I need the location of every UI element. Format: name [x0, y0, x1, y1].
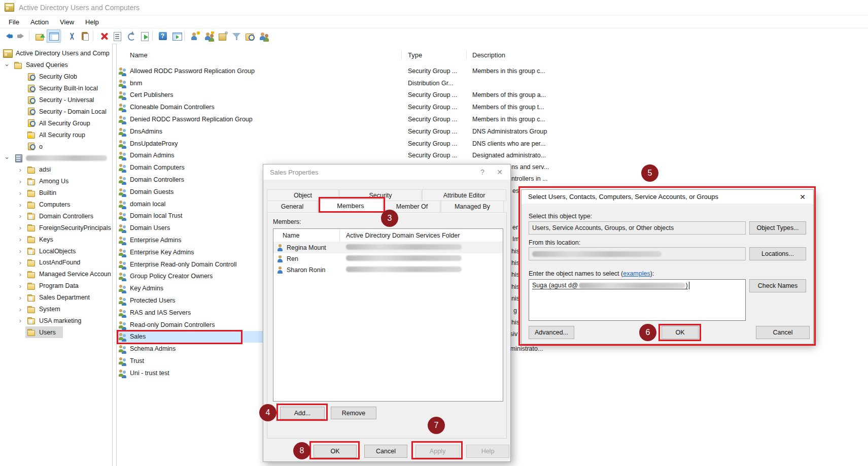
tree-item[interactable]: Security Glob: [0, 71, 112, 83]
chevron-icon[interactable]: [16, 236, 24, 243]
toolbar-button[interactable]: [157, 30, 169, 42]
tree-item[interactable]: Security - Domain Local: [0, 106, 112, 117]
tree-item[interactable]: USA marketing: [0, 315, 112, 326]
cancel-button[interactable]: Cancel: [364, 445, 407, 458]
table-row[interactable]: bnm Distribution Gr...: [117, 77, 868, 89]
toolbar-button[interactable]: [97, 30, 110, 42]
tree-item[interactable]: Managed Service Accoun: [0, 269, 112, 280]
tree-item[interactable]: adsi: [0, 164, 112, 176]
tree-item[interactable]: Among Us: [0, 176, 112, 187]
cancel-button[interactable]: Cancel: [756, 326, 810, 339]
chevron-icon[interactable]: [16, 213, 24, 219]
chevron-icon[interactable]: [16, 190, 24, 196]
chevron-icon[interactable]: [16, 306, 24, 313]
toolbar-button[interactable]: [33, 30, 46, 42]
toolbar-button[interactable]: [29, 30, 32, 42]
tree-item[interactable]: LocalObjects: [0, 245, 112, 257]
tree-item[interactable]: Keys: [0, 234, 112, 245]
table-row[interactable]: DnsAdmins Security Group ... DNS Adminis…: [117, 125, 868, 138]
members-column-name[interactable]: Name: [273, 232, 339, 239]
toolbar-button[interactable]: [202, 30, 215, 42]
tree-item[interactable]: Security Built-in local: [0, 83, 112, 94]
member-row[interactable]: Ren: [273, 253, 503, 264]
toolbar-button[interactable]: [216, 30, 229, 42]
toolbar-button[interactable]: [189, 30, 201, 42]
tab[interactable]: Attribute Editor: [422, 189, 506, 201]
chevron-icon[interactable]: [16, 259, 24, 266]
table-row[interactable]: Denied RODC Password Replication Group S…: [117, 113, 868, 125]
table-row[interactable]: Domain Admins Security Group ... Designa…: [117, 150, 868, 162]
close-icon[interactable]: ✕: [491, 168, 508, 176]
tree-item[interactable]: o: [0, 141, 112, 152]
tree-item[interactable]: LostAndFound: [0, 257, 112, 269]
ok-button[interactable]: OK: [662, 326, 699, 339]
tree-item[interactable]: Builtin: [0, 187, 112, 199]
toolbar-button[interactable]: [138, 30, 151, 42]
menu-item[interactable]: Action: [25, 17, 54, 27]
column-name[interactable]: Name: [130, 51, 408, 59]
ok-button[interactable]: OK: [314, 445, 357, 458]
object-type-field[interactable]: Users, Service Accounts, Groups, or Othe…: [529, 221, 746, 235]
tree-item[interactable]: Security - Universal: [0, 94, 112, 106]
object-types-button[interactable]: Object Types...: [749, 221, 806, 235]
toolbar-button[interactable]: [152, 30, 156, 42]
examples-link[interactable]: examples: [623, 270, 650, 277]
toolbar-button[interactable]: [244, 30, 256, 42]
add-button[interactable]: Add...: [280, 407, 325, 419]
chevron-icon[interactable]: [16, 178, 24, 185]
close-icon[interactable]: ✕: [794, 193, 811, 201]
toolbar-button[interactable]: [2, 30, 14, 42]
tree-item[interactable]: Active Directory Users and Comp: [0, 48, 112, 59]
toolbar-button[interactable]: [257, 30, 270, 42]
column-description[interactable]: Description: [472, 51, 868, 59]
toolbar-button[interactable]: [125, 30, 137, 42]
toolbar-button[interactable]: [47, 30, 60, 42]
toolbar-button[interactable]: [111, 30, 124, 42]
apply-button[interactable]: Apply: [415, 445, 460, 458]
chevron-icon[interactable]: [16, 294, 24, 301]
chevron-icon[interactable]: [3, 155, 11, 161]
tree-item[interactable]: Saved Queries: [0, 59, 112, 71]
menu-item[interactable]: File: [3, 17, 25, 27]
toolbar-button[interactable]: [170, 30, 183, 42]
table-row[interactable]: Allowed RODC Password Replication Group …: [117, 65, 868, 77]
members-column-folder[interactable]: Active Directory Domain Services Folder: [339, 229, 503, 242]
tab[interactable]: Member Of: [384, 201, 440, 213]
toolbar-button[interactable]: [184, 30, 188, 42]
menu-item[interactable]: View: [54, 17, 80, 27]
tree-item[interactable]: System: [0, 304, 112, 315]
tree-item[interactable]: [0, 152, 112, 164]
table-row[interactable]: Cert Publishers Security Group ... Membe…: [117, 89, 868, 102]
chevron-icon[interactable]: [16, 224, 24, 231]
tree-item[interactable]: Sales Department: [0, 292, 112, 304]
tab[interactable]: Managed By: [441, 201, 504, 213]
locations-button[interactable]: Locations...: [749, 247, 806, 260]
toolbar-button[interactable]: [61, 30, 64, 42]
tree-item[interactable]: All Security Group: [0, 117, 112, 129]
toolbar-button[interactable]: [93, 30, 96, 42]
table-row[interactable]: Cloneable Domain Controllers Security Gr…: [117, 101, 868, 113]
member-row[interactable]: Regina Mount: [273, 242, 503, 253]
toolbar-button[interactable]: [15, 30, 28, 42]
remove-button[interactable]: Remove: [331, 407, 376, 419]
member-row[interactable]: Sharon Ronin: [273, 264, 503, 276]
check-names-button[interactable]: Check Names: [749, 279, 806, 292]
location-field[interactable]: [529, 247, 746, 260]
chevron-icon[interactable]: [16, 283, 24, 289]
tree-item[interactable]: Users: [0, 326, 112, 338]
table-row[interactable]: DnsUpdateProxy Security Group ... DNS cl…: [117, 138, 868, 150]
tree-item[interactable]: Domain Controllers: [0, 210, 112, 222]
toolbar-button[interactable]: [79, 30, 92, 42]
toolbar-button[interactable]: [65, 30, 78, 42]
chevron-icon[interactable]: [16, 248, 24, 254]
chevron-icon[interactable]: [16, 202, 24, 208]
help-button[interactable]: Help: [466, 445, 509, 458]
tab[interactable]: General: [267, 201, 318, 213]
tree-item[interactable]: All Security roup: [0, 129, 112, 141]
tab[interactable]: Members: [318, 199, 383, 213]
advanced-button[interactable]: Advanced...: [529, 326, 574, 339]
chevron-icon[interactable]: [16, 317, 24, 324]
help-icon[interactable]: ?: [474, 168, 491, 176]
chevron-icon[interactable]: [3, 62, 11, 69]
tree-item[interactable]: Computers: [0, 199, 112, 211]
